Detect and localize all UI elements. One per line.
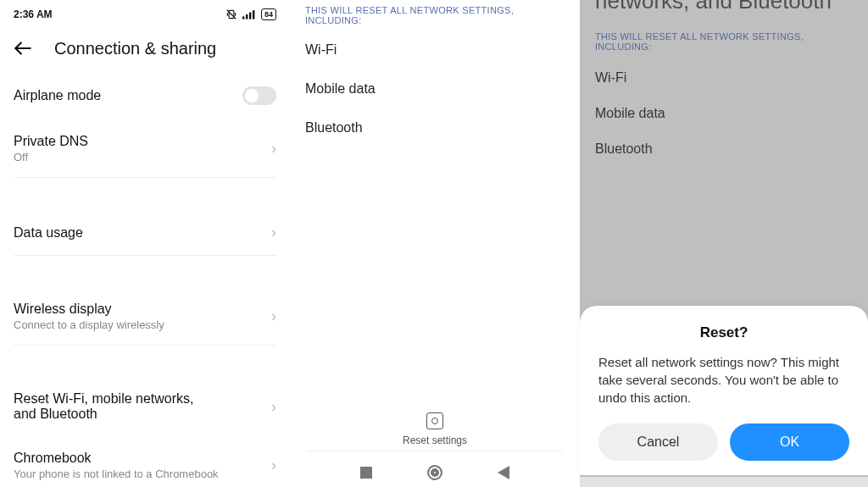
svg-rect-2: [246, 14, 248, 19]
page-header: Connection & sharing: [0, 29, 290, 71]
row-title: Wireless display: [14, 302, 164, 317]
bottom-bar: [580, 477, 868, 487]
dialog-body: Reset all network settings now? This mig…: [598, 353, 849, 407]
row-title: Reset Wi-Fi, mobile networks, and Blueto…: [14, 391, 217, 422]
row-private-dns[interactable]: Private DNS Off ›: [14, 119, 276, 177]
nav-back-button[interactable]: [498, 466, 509, 479]
cancel-button[interactable]: Cancel: [598, 423, 718, 461]
settings-connection-sharing: 2:36 AM 84 Connection & sharing Ai: [0, 0, 290, 487]
reset-network-screen: THIS WILL RESET ALL NETWORK SETTINGS, IN…: [290, 0, 580, 487]
chevron-right-icon: ›: [271, 140, 276, 158]
confirm-dialog: Reset? Reset all network settings now? T…: [580, 306, 868, 475]
svg-rect-4: [253, 11, 254, 19]
airplane-toggle[interactable]: [242, 86, 276, 105]
row-data-usage[interactable]: Data usage ›: [14, 208, 276, 255]
row-subtitle: Your phone is not linked to a Chromebook: [14, 468, 219, 480]
row-title: Private DNS: [14, 134, 88, 149]
chevron-right-icon: ›: [271, 224, 276, 241]
status-right: 84: [225, 8, 276, 21]
nav-home-button[interactable]: [427, 465, 442, 480]
row-subtitle: Off: [14, 151, 88, 163]
reset-settings-label: Reset settings: [403, 434, 467, 446]
row-title: Data usage: [14, 225, 83, 241]
row-airplane-mode[interactable]: Airplane mode: [14, 71, 276, 119]
status-time: 2:36 AM: [14, 8, 53, 20]
svg-rect-3: [249, 13, 251, 19]
reset-settings-button[interactable]: Reset settings: [290, 412, 580, 450]
chevron-right-icon: ›: [271, 307, 276, 325]
chevron-right-icon: ›: [271, 398, 276, 416]
row-title: Airplane mode: [14, 88, 101, 103]
chevron-right-icon: ›: [271, 457, 276, 474]
reset-icon: [426, 412, 443, 429]
reset-confirm-screen: networks, and Bluetooth THIS WILL RESET …: [580, 0, 868, 487]
section-header: THIS WILL RESET ALL NETWORK SETTINGS, IN…: [290, 0, 580, 30]
list-item-mobile-data: Mobile data: [290, 69, 580, 108]
list-item-bluetooth: Bluetooth: [290, 108, 580, 147]
row-title: Chromebook: [14, 451, 219, 466]
status-bar: 2:36 AM 84: [0, 0, 290, 29]
svg-rect-1: [242, 17, 244, 19]
ok-button[interactable]: OK: [730, 423, 849, 461]
system-nav-bar: [290, 465, 580, 480]
row-subtitle: Connect to a display wirelessly: [14, 318, 164, 331]
nav-recents-button[interactable]: [360, 467, 372, 479]
divider: [307, 451, 563, 451]
battery-icon: 84: [261, 8, 276, 20]
dialog-title: Reset?: [598, 324, 849, 341]
vibrate-icon: [225, 8, 237, 21]
page-title: Connection & sharing: [54, 39, 216, 58]
row-reset-network[interactable]: Reset Wi-Fi, mobile networks, and Blueto…: [14, 376, 276, 435]
back-button[interactable]: [12, 37, 34, 59]
signal-icon: [242, 8, 256, 21]
list-item-wifi: Wi-Fi: [290, 30, 580, 69]
row-chromebook[interactable]: Chromebook Your phone is not linked to a…: [14, 435, 276, 487]
row-wireless-display[interactable]: Wireless display Connect to a display wi…: [14, 286, 276, 345]
